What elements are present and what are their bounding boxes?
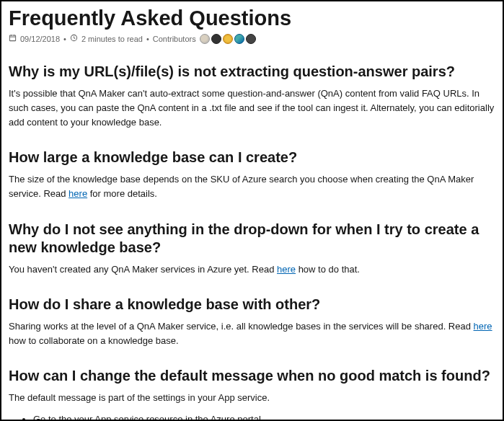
contributor-avatars <box>200 34 256 44</box>
faq-question: How can I change the default message whe… <box>9 367 495 385</box>
faq-answer: Sharing works at the level of a QnA Make… <box>9 319 495 348</box>
avatar[interactable] <box>200 34 210 44</box>
faq-bullet-list: Go to the your App service resource in t… <box>9 412 495 421</box>
faq-question: How large a knowledge base can I create? <box>9 149 495 167</box>
faq-answer: The size of the knowledge base depends o… <box>9 172 495 201</box>
faq-question: Why do I not see anything in the drop-do… <box>9 221 495 257</box>
avatar[interactable] <box>234 34 244 44</box>
avatar[interactable] <box>246 34 256 44</box>
faq-question: How do I share a knowledge base with oth… <box>9 296 495 314</box>
here-link[interactable]: here <box>68 188 87 199</box>
here-link[interactable]: here <box>277 264 296 275</box>
faq-answer: You haven't created any QnA Maker servic… <box>9 262 495 277</box>
separator: • <box>146 35 149 43</box>
answer-text: You haven't created any QnA Maker servic… <box>9 264 277 275</box>
avatar[interactable] <box>223 34 233 44</box>
answer-text: how to do that. <box>296 264 360 275</box>
separator: • <box>63 35 66 43</box>
svg-rect-0 <box>9 35 15 41</box>
page-date: 09/12/2018 <box>20 35 60 43</box>
contributors-label: Contributors <box>153 35 196 43</box>
avatar[interactable] <box>211 34 221 44</box>
answer-text: Sharing works at the level of a QnA Make… <box>9 321 474 332</box>
page-title: Frequently Asked Questions <box>9 6 495 31</box>
here-link[interactable]: here <box>474 321 492 332</box>
faq-answer: It's possible that QnA Maker can't auto-… <box>9 87 495 130</box>
page-metadata: 09/12/2018 • 2 minutes to read • Contrib… <box>9 34 495 44</box>
read-time: 2 minutes to read <box>81 35 143 43</box>
answer-text: for more details. <box>87 188 157 199</box>
answer-text: how to collaborate on a knowledge base. <box>9 335 179 346</box>
faq-answer: The default message is part of the setti… <box>9 391 495 405</box>
clock-icon <box>70 34 78 43</box>
svg-line-6 <box>74 38 75 39</box>
calendar-icon <box>9 34 17 43</box>
list-item: Go to the your App service resource in t… <box>33 412 495 421</box>
faq-question: Why is my URL(s)/file(s) is not extracti… <box>9 63 495 81</box>
